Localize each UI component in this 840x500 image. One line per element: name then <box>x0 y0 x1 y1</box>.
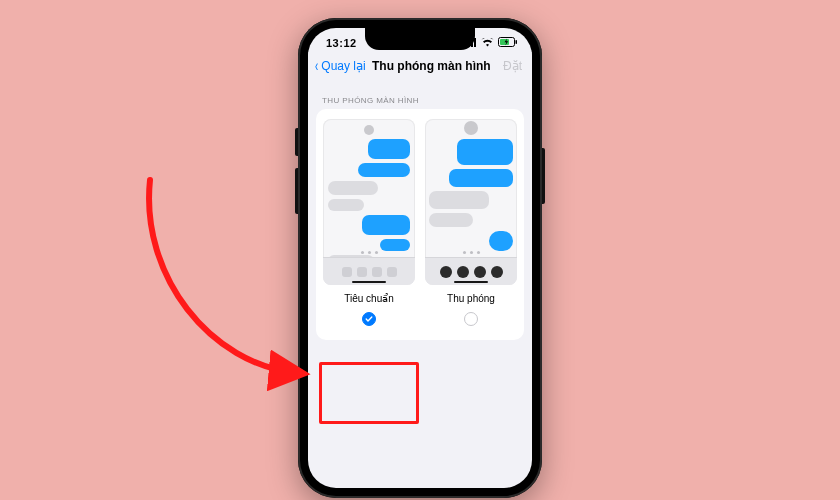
screen: 13:12 ‹ Quay lại Thu phóng màn hình Đặt <box>308 28 532 488</box>
annotation-highlight-box <box>319 362 419 424</box>
avatar-icon <box>364 125 374 135</box>
status-time: 13:12 <box>326 37 357 49</box>
chevron-left-icon: ‹ <box>315 58 318 74</box>
phone-frame: 13:12 ‹ Quay lại Thu phóng màn hình Đặt <box>298 18 542 498</box>
svg-rect-6 <box>516 40 518 44</box>
section-header: THU PHÓNG MÀN HÌNH <box>308 82 532 109</box>
back-button[interactable]: ‹ Quay lại <box>314 58 366 74</box>
zoom-options-card: Tiêu chuẩn <box>316 109 524 340</box>
battery-icon <box>498 37 518 49</box>
avatar-icon <box>464 121 478 135</box>
preview-standard <box>323 119 415 285</box>
option-standard-label: Tiêu chuẩn <box>344 293 394 304</box>
wifi-icon <box>481 37 494 49</box>
notch <box>365 28 475 50</box>
nav-bar: ‹ Quay lại Thu phóng màn hình Đặt <box>308 52 532 82</box>
volume-down-button <box>295 168 298 214</box>
power-button <box>542 148 545 204</box>
preview-zoomed <box>425 119 517 285</box>
set-button[interactable]: Đặt <box>503 59 522 73</box>
option-zoomed-label: Thu phóng <box>447 293 495 304</box>
option-standard[interactable]: Tiêu chuẩn <box>322 119 416 326</box>
check-icon <box>365 315 373 323</box>
volume-up-button <box>295 128 298 156</box>
radio-standard[interactable] <box>362 312 376 326</box>
page-title: Thu phóng màn hình <box>360 59 503 73</box>
radio-zoomed[interactable] <box>464 312 478 326</box>
option-zoomed[interactable]: Thu phóng <box>424 119 518 326</box>
